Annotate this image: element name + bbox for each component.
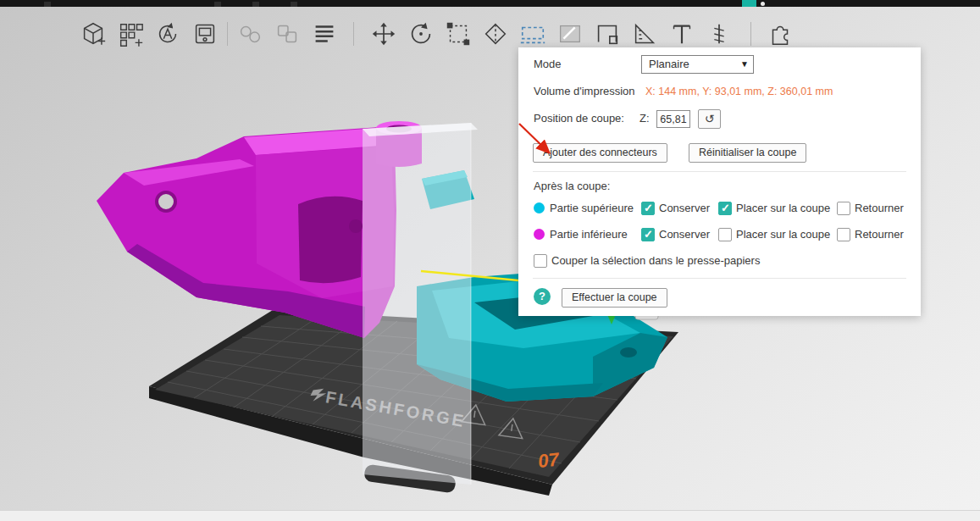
text-icon[interactable] — [667, 18, 697, 50]
reset-icon: ↺ — [705, 112, 715, 125]
taskbar-item[interactable] — [214, 2, 221, 7]
draw-plane-disabled-icon — [555, 18, 585, 50]
status-bar — [0, 510, 980, 521]
toolbar-separator — [227, 22, 228, 46]
mode-label: Mode — [534, 54, 562, 75]
assembly-icon[interactable] — [765, 18, 795, 50]
titlebar — [0, 0, 980, 7]
scale-icon[interactable] — [443, 18, 473, 50]
accent-chip — [742, 0, 756, 7]
help-button[interactable]: ? — [534, 288, 551, 305]
mirror-icon[interactable] — [480, 18, 511, 50]
move-icon[interactable] — [368, 18, 399, 50]
clipboard-label: Couper la sélection dans le presse-papie… — [551, 251, 760, 271]
toolbar — [0, 7, 980, 47]
upper-part-row: Partie supérieure Conserver Placer sur l… — [518, 198, 921, 219]
rotate-letter-icon[interactable] — [152, 18, 183, 50]
print-volume-value: X: 144 mm, Y: 93,01 mm, Z: 360,01 mm — [645, 81, 833, 102]
rotate-icon[interactable] — [406, 18, 436, 50]
measure-icon[interactable] — [592, 18, 623, 50]
taskbar-item[interactable] — [291, 2, 297, 7]
divider — [533, 278, 906, 279]
lower-part-row: Partie inférieure Conserver Placer sur l… — [518, 224, 921, 245]
application-window: FLASHFORGE — [0, 0, 980, 521]
upper-keep-checkbox[interactable] — [641, 202, 655, 215]
taskbar-item[interactable] — [44, 2, 51, 7]
cut-panel: Mode Planaire ▼ Volume d'impression X: 1… — [518, 47, 921, 316]
lower-keep-label: Conserver — [659, 224, 710, 245]
lower-part-label: Partie inférieure — [550, 224, 628, 245]
add-connectors-button[interactable]: Ajouter des connecteurs — [533, 143, 667, 163]
divider — [533, 171, 906, 172]
lower-place-label: Placer sur la coupe — [736, 224, 830, 245]
print-volume-label: Volume d'impression — [534, 81, 635, 102]
lower-flip-checkbox[interactable] — [837, 228, 850, 241]
upper-place-checkbox[interactable] — [718, 202, 732, 215]
layers-icon[interactable] — [309, 18, 340, 50]
ruler-icon[interactable] — [629, 18, 660, 50]
printer-icon[interactable] — [190, 18, 220, 50]
upper-place-label: Placer sur la coupe — [736, 198, 830, 219]
lower-flip-label: Retourner — [855, 224, 904, 245]
execute-cut-button[interactable]: Effectuer la coupe — [562, 288, 667, 308]
grid-array-icon[interactable] — [115, 18, 146, 50]
cut-position-input[interactable] — [656, 110, 690, 128]
z-axis-label: Z: — [639, 108, 650, 129]
cube-add-icon[interactable] — [78, 18, 108, 50]
taskbar-item[interactable] — [252, 2, 259, 7]
upper-part-color-dot — [534, 202, 545, 213]
lower-keep-checkbox[interactable] — [641, 228, 655, 241]
titlebar-dot — [761, 2, 765, 6]
upper-flip-label: Retourner — [855, 198, 904, 219]
chevron-down-icon: ▼ — [740, 56, 749, 73]
mode-dropdown[interactable]: Planaire ▼ — [641, 55, 754, 74]
upper-part-label: Partie supérieure — [550, 198, 634, 219]
mode-value: Planaire — [649, 56, 689, 73]
cut-position-label: Position de coupe: — [534, 108, 624, 129]
seam-icon[interactable] — [704, 18, 734, 50]
cut-icon[interactable] — [518, 18, 548, 50]
lower-place-checkbox[interactable] — [718, 228, 732, 241]
lower-part-color-dot — [534, 229, 545, 240]
align-circles-icon[interactable] — [235, 18, 265, 50]
reset-cut-button[interactable]: Réinitialiser la coupe — [689, 143, 806, 163]
cut-plane[interactable] — [363, 123, 478, 485]
upper-flip-checkbox[interactable] — [837, 202, 850, 215]
reset-position-button[interactable]: ↺ — [698, 109, 721, 129]
align-squares-icon[interactable] — [272, 18, 302, 50]
clipboard-row: Couper la sélection dans le presse-papie… — [518, 251, 921, 271]
toolbar-separator — [750, 22, 751, 46]
upper-keep-label: Conserver — [659, 198, 710, 219]
toolbar-separator — [353, 22, 354, 46]
clipboard-checkbox[interactable] — [534, 254, 547, 268]
after-cut-label: Après la coupe: — [534, 176, 610, 197]
plate-marker-text: 07 — [537, 448, 562, 472]
